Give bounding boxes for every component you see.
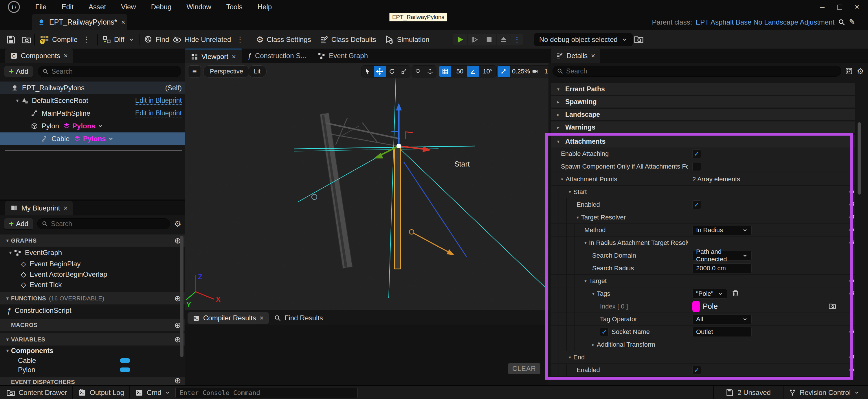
menu-edit[interactable]: Edit bbox=[54, 0, 81, 14]
browse-asset-icon[interactable] bbox=[22, 35, 31, 44]
tag-color-swatch[interactable] bbox=[692, 301, 700, 312]
menu-view[interactable]: View bbox=[114, 0, 144, 14]
component-category-badge[interactable]: Pylons bbox=[63, 122, 103, 130]
blueprint-item-eventgraph[interactable]: ▾EventGraph bbox=[0, 246, 185, 259]
spawn-component-only-if-all-attachments-found-checkbox[interactable] bbox=[692, 162, 701, 171]
revert-icon[interactable]: ↺ bbox=[849, 239, 855, 247]
enabled-checkbox[interactable]: ✓ bbox=[692, 366, 701, 374]
compile-options-icon[interactable]: ⋮ bbox=[81, 35, 93, 44]
section-graphs[interactable]: ▾GRAPHS ⊕ bbox=[0, 234, 185, 246]
group-components[interactable]: ▾Components bbox=[0, 345, 185, 356]
menu-file[interactable]: File bbox=[28, 0, 54, 14]
hide-unrelated-options-icon[interactable]: ⋮ bbox=[234, 35, 246, 44]
unsaved-button[interactable]: * 2 Unsaved bbox=[719, 389, 778, 397]
section-macros[interactable]: MACROS ⊕ bbox=[0, 319, 185, 331]
my-blueprint-tab-close-icon[interactable]: × bbox=[63, 204, 67, 212]
socket-name-checkbox[interactable]: ✓ bbox=[600, 328, 609, 336]
search-radius-field[interactable]: 2000.0 cm bbox=[692, 263, 752, 273]
property-row[interactable]: Search Radius 2000.0 cm bbox=[551, 262, 855, 275]
search-parent-icon[interactable] bbox=[838, 19, 845, 26]
lit-dropdown[interactable]: Lit bbox=[248, 65, 267, 77]
menu-window[interactable]: Window bbox=[179, 0, 219, 14]
save-icon[interactable] bbox=[6, 35, 16, 44]
tab-details[interactable]: Details × bbox=[551, 48, 600, 63]
unreal-logo-icon[interactable]: U bbox=[0, 1, 28, 13]
variable-cable[interactable]: Cable bbox=[0, 356, 185, 365]
output-log-button[interactable]: Output Log bbox=[78, 389, 124, 397]
edit-in-blueprint-link[interactable]: Edit in Blueprint bbox=[135, 109, 182, 118]
asset-tab[interactable]: EPT_RailwayPylons* × bbox=[32, 14, 127, 30]
debug-object-dropdown[interactable]: No debug object selected bbox=[534, 33, 633, 46]
angle-snap-icon[interactable] bbox=[467, 66, 479, 77]
property-row[interactable]: ▾Target ↺ bbox=[551, 275, 855, 288]
property-row[interactable]: Enabled ✓↺ bbox=[551, 364, 855, 376]
details-tab-close-icon[interactable]: × bbox=[591, 52, 595, 60]
property-row[interactable]: ✓Socket Name Outlet↺ bbox=[551, 326, 855, 338]
remove-element-icon[interactable]: – bbox=[843, 302, 848, 311]
compile-button[interactable]: ? Compile ⋮ bbox=[38, 30, 94, 48]
enable-attaching-checkbox[interactable]: ✓ bbox=[692, 149, 701, 158]
component-row-pylon[interactable]: PylonPylons bbox=[0, 120, 185, 132]
add-icon[interactable]: ⊕ bbox=[174, 377, 181, 386]
browse-debug-icon[interactable] bbox=[634, 34, 644, 44]
scale-snap-value[interactable]: 0.25% bbox=[510, 66, 532, 77]
diff-button[interactable]: Diff bbox=[101, 30, 136, 48]
camera-speed-icon[interactable] bbox=[530, 66, 540, 77]
revert-icon[interactable]: ↺ bbox=[849, 277, 855, 285]
variable-pylon[interactable]: Pylon bbox=[0, 365, 185, 374]
angle-snap-value[interactable]: 10° bbox=[479, 66, 496, 77]
class-settings-button[interactable]: ⚙ Class Settings bbox=[254, 30, 313, 48]
menu-asset[interactable]: Asset bbox=[81, 0, 114, 14]
category-spawning[interactable]: ▸Spawning bbox=[551, 96, 855, 107]
edit-in-blueprint-link[interactable]: Edit in Blueprint bbox=[135, 97, 182, 105]
surface-snap-icon[interactable] bbox=[412, 66, 424, 77]
viewport-menu-icon[interactable]: ≡ bbox=[188, 65, 201, 77]
property-row[interactable]: Tag Operator All bbox=[551, 313, 855, 326]
scale-tool-button[interactable] bbox=[398, 66, 410, 77]
revert-icon[interactable]: ↺ bbox=[849, 226, 855, 234]
tag-operator-dropdown[interactable]: All bbox=[692, 314, 752, 324]
category-errant-paths[interactable]: ▾Errant Paths bbox=[551, 83, 855, 95]
camera-speed-value[interactable]: 1 bbox=[540, 66, 549, 77]
revert-icon[interactable]: ↺ bbox=[849, 213, 855, 222]
select-tool-button[interactable] bbox=[362, 66, 374, 77]
menu-debug[interactable]: Debug bbox=[144, 0, 179, 14]
section-event-dispatchers[interactable]: EVENT DISPATCHERS ⊕ bbox=[0, 377, 185, 386]
blueprint-item-event-actorbeginoverlap[interactable]: ◇Event ActorBeginOverlap bbox=[0, 269, 185, 279]
play-button[interactable] bbox=[453, 34, 467, 45]
my-blueprint-scrollbar[interactable] bbox=[180, 236, 184, 357]
property-row[interactable]: Enabled ✓↺ bbox=[551, 198, 855, 211]
revert-icon[interactable]: ↺ bbox=[849, 366, 855, 374]
property-row[interactable]: ▾End ↺ bbox=[551, 351, 855, 364]
move-tool-button[interactable] bbox=[374, 66, 386, 77]
tab-close-icon[interactable]: × bbox=[259, 314, 264, 322]
tags-dropdown[interactable]: "Pole" bbox=[692, 289, 727, 299]
blueprint-item-event-beginplay[interactable]: ◇Event BeginPlay bbox=[0, 259, 185, 269]
scale-snap-icon[interactable] bbox=[498, 66, 510, 77]
stop-button[interactable] bbox=[482, 34, 496, 45]
details-scrollbar[interactable] bbox=[858, 122, 861, 195]
property-row[interactable]: Spawn Component Only if All Attachments … bbox=[551, 160, 855, 173]
search-domain-dropdown[interactable]: Path and Connected bbox=[692, 251, 752, 261]
edit-parent-icon[interactable]: ✎ bbox=[849, 18, 855, 27]
component-category-badge[interactable]: Pylons bbox=[74, 135, 114, 143]
category-landscape[interactable]: ▸Landscape bbox=[551, 109, 855, 120]
cmd-dropdown[interactable]: Cmd bbox=[135, 389, 170, 397]
asset-tab-close-icon[interactable]: × bbox=[121, 18, 125, 26]
find-button[interactable]: Find bbox=[143, 30, 171, 48]
component-row-mainpathspline[interactable]: MainPathSplineEdit in Blueprint bbox=[0, 107, 185, 120]
component-row-cable[interactable]: CablePylons bbox=[0, 132, 185, 145]
console-command-input[interactable]: Enter Console Command bbox=[176, 387, 358, 398]
tab-compiler-results[interactable]: Compiler Results× bbox=[188, 312, 269, 324]
revert-icon[interactable]: ↺ bbox=[849, 353, 855, 361]
frame-skip-button[interactable] bbox=[468, 34, 482, 45]
maximize-button[interactable]: □ bbox=[831, 1, 848, 13]
category-attachments[interactable]: ▾Attachments bbox=[551, 135, 855, 147]
menu-help[interactable]: Help bbox=[250, 0, 279, 14]
enabled-checkbox[interactable]: ✓ bbox=[692, 200, 701, 209]
viewport-3d[interactable]: Start Z X Y ≡ Perspective Lit bbox=[185, 63, 549, 310]
property-row[interactable]: ▾Tags "Pole"↺ bbox=[551, 288, 855, 300]
hide-unrelated-button[interactable]: Hide Unrelated ⋮ bbox=[171, 30, 248, 48]
section-variables[interactable]: ▾VARIABLES ⊕ bbox=[0, 333, 185, 345]
eject-button[interactable] bbox=[497, 34, 510, 45]
